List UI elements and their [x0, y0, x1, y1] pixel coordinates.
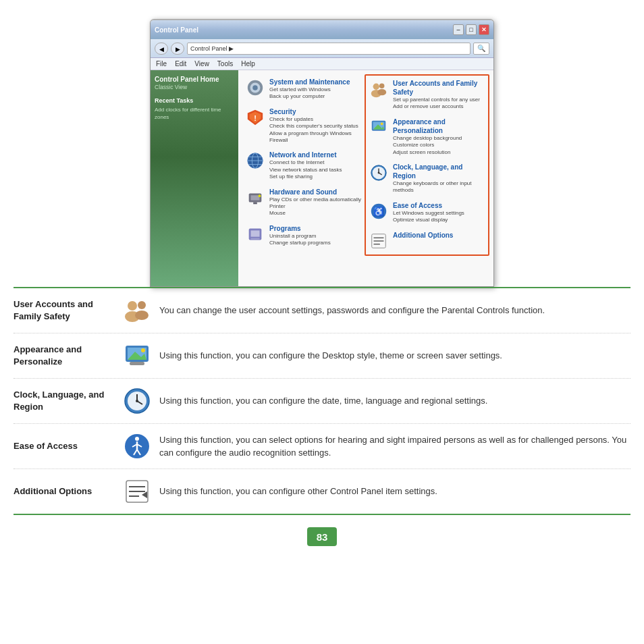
additional-icon	[369, 231, 389, 251]
cp-columns: System and Maintenance Get started with …	[242, 74, 489, 256]
close-button[interactable]: ✕	[479, 24, 489, 35]
search-icon[interactable]: 🔍	[473, 43, 489, 55]
svg-point-2	[252, 85, 257, 90]
menu-view[interactable]: View	[194, 60, 209, 68]
info-desc-useraccts: You can change the user account settings…	[159, 304, 630, 317]
info-desc-appearance: Using this function, you can configure t…	[159, 349, 630, 363]
sidebar-title: Control Panel Home	[155, 76, 234, 83]
cp-body: Control Panel Home Classic View Recent T…	[151, 70, 493, 286]
network-desc: Connect to the InternetView network stat…	[269, 159, 342, 180]
svg-rect-12	[250, 195, 259, 200]
programs-desc: Uninstall a programChange startup progra…	[269, 233, 331, 247]
info-desc-clock: Using this function, you can configure t…	[159, 394, 630, 408]
svg-point-14	[259, 194, 261, 197]
info-title-useraccts: User Accounts and Family Safety	[14, 298, 115, 323]
security-icon: !	[245, 107, 265, 128]
cp-item-clock[interactable]: Clock, Language, and Region Change keybo…	[366, 159, 488, 198]
svg-rect-16	[250, 230, 259, 236]
cp-right-column: User Accounts and Family Safety Set up p…	[365, 74, 489, 256]
svg-rect-13	[253, 202, 257, 204]
info-row-useraccts: User Accounts and Family Safety You can …	[14, 288, 630, 333]
cp-item-ease[interactable]: ♿ Ease of Access Let Windows suggest set…	[366, 198, 488, 227]
cp-window: Control Panel – □ ✕ ◀ ▶ Control Panel ▶ …	[150, 19, 494, 287]
security-text: Security Check for updatesCheck this com…	[269, 107, 362, 144]
svg-rect-45	[130, 362, 144, 365]
additional-text: Additional Options	[393, 231, 453, 240]
minimize-button[interactable]: –	[453, 24, 464, 35]
cp-item-system[interactable]: System and Maintenance Get started with …	[242, 74, 365, 104]
info-table: User Accounts and Family Safety You can …	[14, 287, 630, 515]
cp-menubar: File Edit View Tools Help	[151, 58, 493, 70]
cp-main: System and Maintenance Get started with …	[238, 70, 493, 286]
svg-point-44	[141, 348, 145, 352]
svg-point-39	[138, 301, 146, 309]
clock-desc: Change keyboards or other input methods	[393, 180, 485, 194]
info-icon-useraccts	[123, 296, 151, 325]
hardware-desc: Play CDs or other media automaticallyPri…	[269, 196, 361, 217]
cp-item-programs[interactable]: Programs Uninstall a programChange start…	[242, 221, 365, 250]
appearance-icon	[369, 117, 389, 138]
info-title-additional: Additional Options	[14, 485, 115, 498]
network-icon	[245, 151, 265, 171]
svg-point-18	[373, 84, 379, 90]
network-text: Network and Internet Connect to the Inte…	[269, 151, 342, 180]
cp-item-security[interactable]: ! Security Check for updatesCheck this c…	[242, 104, 365, 148]
back-button[interactable]: ◀	[155, 43, 168, 55]
cp-item-useraccts[interactable]: User Accounts and Family Safety Set up p…	[366, 76, 488, 114]
appearance-text: Appearance and Personalization Change de…	[393, 117, 485, 156]
svg-point-21	[377, 89, 386, 95]
svg-text:!: !	[254, 113, 257, 122]
programs-title: Programs	[269, 224, 331, 233]
cp-item-additional[interactable]: Additional Options	[366, 227, 488, 254]
menu-tools[interactable]: Tools	[217, 60, 233, 68]
info-title-appearance: Appearance and Personalize	[14, 344, 115, 368]
svg-point-40	[135, 311, 149, 320]
forward-button[interactable]: ▶	[171, 43, 184, 55]
clock-icon	[369, 163, 389, 183]
cp-item-appearance[interactable]: Appearance and Personalization Change de…	[366, 114, 488, 159]
menu-help[interactable]: Help	[241, 60, 255, 68]
svg-point-25	[381, 122, 383, 125]
menu-edit[interactable]: Edit	[175, 60, 186, 68]
ease-icon: ♿	[369, 201, 389, 221]
security-desc: Check for updatesCheck this computer's s…	[269, 116, 362, 144]
address-path: Control Panel ▶	[190, 45, 234, 52]
info-row-clock: Clock, Language, and Region Using this f…	[14, 379, 630, 424]
hardware-text: Hardware and Sound Play CDs or other med…	[269, 188, 361, 217]
svg-point-50	[136, 400, 138, 402]
sidebar-subtitle: Classic View	[155, 84, 234, 90]
system-text: System and Maintenance Get started with …	[269, 78, 350, 101]
cp-item-hardware[interactable]: Hardware and Sound Play CDs or other med…	[242, 184, 365, 221]
programs-text: Programs Uninstall a programChange start…	[269, 224, 331, 247]
menu-file[interactable]: File	[156, 60, 167, 68]
info-row-appearance: Appearance and Personalize Using this fu…	[14, 333, 630, 379]
svg-text:♿: ♿	[373, 205, 385, 217]
useraccts-icon	[369, 79, 389, 99]
titlebar-buttons: – □ ✕	[453, 24, 489, 35]
hardware-title: Hardware and Sound	[269, 188, 361, 196]
ease-text: Ease of Access Let Windows suggest setti…	[393, 201, 464, 224]
info-row-additional: Additional Options Using this function, …	[14, 469, 630, 514]
useraccts-title: User Accounts and Family Safety	[393, 79, 485, 97]
info-title-clock: Clock, Language, and Region	[14, 389, 115, 413]
cp-item-network[interactable]: Network and Internet Connect to the Inte…	[242, 147, 365, 184]
useraccts-desc: Set up parental controls for any userAdd…	[393, 97, 485, 111]
hardware-icon	[245, 188, 265, 208]
system-icon	[245, 78, 265, 98]
info-desc-additional: Using this function, you can configure o…	[159, 485, 630, 498]
cp-sidebar: Control Panel Home Classic View Recent T…	[151, 70, 238, 286]
security-title: Security	[269, 107, 362, 116]
sidebar-recent-label: Recent Tasks	[155, 97, 234, 104]
clock-text: Clock, Language, and Region Change keybo…	[393, 163, 485, 194]
programs-icon	[245, 224, 265, 244]
network-title: Network and Internet	[269, 151, 342, 159]
cp-addressbar: ◀ ▶ Control Panel ▶ 🔍	[151, 39, 493, 58]
svg-rect-17	[250, 238, 259, 239]
info-icon-appearance	[123, 342, 151, 370]
cp-titlebar: Control Panel – □ ✕	[151, 20, 493, 39]
address-field[interactable]: Control Panel ▶	[187, 43, 471, 55]
cp-left-column: System and Maintenance Get started with …	[242, 74, 365, 256]
info-desc-ease: Using this function, you can select opti…	[159, 433, 630, 460]
maximize-button[interactable]: □	[466, 24, 477, 35]
sidebar-recent-item[interactable]: Add clocks for different time zones	[155, 106, 234, 121]
